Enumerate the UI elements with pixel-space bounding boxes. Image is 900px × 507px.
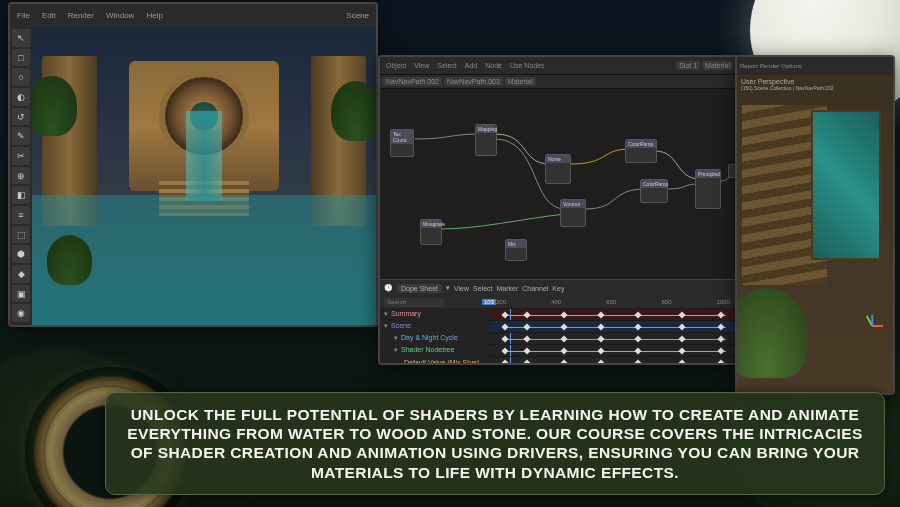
viewport-3d[interactable] <box>32 26 376 325</box>
keyframe[interactable] <box>678 323 685 330</box>
tool-e[interactable]: ◉ <box>12 304 30 322</box>
node-texcoord[interactable]: Tex Coord <box>390 129 414 157</box>
keyframe[interactable] <box>501 335 508 342</box>
keyframe[interactable] <box>718 359 725 365</box>
keyframe[interactable] <box>678 347 685 354</box>
keyframe[interactable] <box>501 311 508 318</box>
dope-menu-channel[interactable]: Channel <box>522 285 548 292</box>
dope-menu-key[interactable]: Key <box>552 285 564 292</box>
menu-file[interactable]: File <box>14 10 33 21</box>
keyframe-track[interactable] <box>490 356 736 365</box>
add-tool[interactable]: ⊕ <box>12 167 30 185</box>
material-tab-2[interactable]: NavNavPath.003 <box>444 77 503 86</box>
slot-dropdown[interactable]: Slot 1 <box>676 61 700 70</box>
keyframe[interactable] <box>501 347 508 354</box>
menu-options[interactable]: Options <box>781 63 802 69</box>
keyframe[interactable] <box>523 347 530 354</box>
material-tab-3[interactable]: Material <box>505 77 536 86</box>
keyframe[interactable] <box>678 311 685 318</box>
keyframe[interactable] <box>597 323 604 330</box>
keyframe[interactable] <box>560 347 567 354</box>
keyframe[interactable] <box>501 359 508 365</box>
dope-menu-select[interactable]: Select <box>473 285 492 292</box>
keyframe[interactable] <box>523 323 530 330</box>
keyframe[interactable] <box>560 335 567 342</box>
select-tool[interactable]: ↖ <box>12 29 30 47</box>
keyframe-track[interactable] <box>490 332 736 344</box>
annotate-tool[interactable]: ✎ <box>12 127 30 145</box>
keyframe[interactable] <box>678 335 685 342</box>
keyframe[interactable] <box>597 347 604 354</box>
keyframe[interactable] <box>523 335 530 342</box>
expand-icon[interactable]: ▾ <box>384 322 388 329</box>
dope-search-input[interactable] <box>384 298 444 307</box>
scene-dropdown[interactable]: Scene <box>343 10 372 21</box>
keyframe[interactable] <box>523 359 530 365</box>
node-colorramp-1[interactable]: ColorRamp <box>625 139 657 163</box>
keyframe[interactable] <box>634 359 641 365</box>
dope-channel-row[interactable]: ▾Day & Night Cycle <box>380 332 736 344</box>
node-colorramp-2[interactable]: ColorRamp <box>640 179 668 203</box>
dope-channel-row[interactable]: ▾Summary <box>380 308 736 320</box>
menu-add[interactable]: Add <box>462 61 480 70</box>
knife-tool[interactable]: ✂ <box>12 147 30 165</box>
keyframe[interactable] <box>634 323 641 330</box>
current-frame-marker[interactable]: 103 <box>482 299 496 305</box>
keyframe[interactable] <box>560 311 567 318</box>
circle-tool[interactable]: ○ <box>12 68 30 86</box>
dope-editor-dropdown[interactable]: Dope Sheet <box>397 284 442 293</box>
keyframe[interactable] <box>718 335 725 342</box>
keyframe[interactable] <box>501 323 508 330</box>
expand-icon[interactable]: ▾ <box>394 334 398 341</box>
menu-report[interactable]: Report Render <box>740 63 779 69</box>
material-dropdown[interactable]: Material <box>702 61 733 70</box>
keyframe[interactable] <box>597 335 604 342</box>
secondary-viewport[interactable]: User Perspective (150) Scene Collection … <box>737 75 893 393</box>
dope-timeline-ruler[interactable]: 103 200 400 600 800 1000 <box>380 296 736 308</box>
dope-channel-row[interactable]: ▾Shader Nodetree <box>380 344 736 356</box>
keyframe[interactable] <box>597 311 604 318</box>
tool-a[interactable]: ⬚ <box>12 226 30 244</box>
menu-edit[interactable]: Edit <box>39 10 59 21</box>
node-musgrave[interactable]: Musgrave <box>420 219 442 245</box>
node-graph[interactable]: Tex Coord Mapping Noise ColorRamp Vorono… <box>380 89 736 279</box>
keyframe[interactable] <box>597 359 604 365</box>
keyframe[interactable] <box>634 335 641 342</box>
menu-node[interactable]: Node <box>482 61 505 70</box>
keyframe[interactable] <box>523 311 530 318</box>
dope-menu-view[interactable]: View <box>454 285 469 292</box>
measure-tool[interactable]: ◧ <box>12 186 30 204</box>
keyframe[interactable] <box>718 347 725 354</box>
dope-channel-row[interactable]: ▾Scene <box>380 320 736 332</box>
keyframe[interactable] <box>560 323 567 330</box>
rotate-tool[interactable]: ↺ <box>12 108 30 126</box>
node-principled[interactable]: Principled <box>695 169 721 209</box>
menu-object[interactable]: Object <box>383 61 409 70</box>
more-tool[interactable]: ≡ <box>12 206 30 224</box>
cursor-tool[interactable]: ◐ <box>12 88 30 106</box>
tool-c[interactable]: ◆ <box>12 265 30 283</box>
menu-window[interactable]: Window <box>103 10 137 21</box>
use-nodes-toggle[interactable]: Use Nodes <box>507 61 548 70</box>
menu-render[interactable]: Render <box>65 10 97 21</box>
dope-menu-marker[interactable]: Marker <box>497 285 519 292</box>
dope-channel-row[interactable]: Default Value (Mix Shad <box>380 356 736 365</box>
keyframe[interactable] <box>678 359 685 365</box>
menu-help[interactable]: Help <box>143 10 165 21</box>
keyframe[interactable] <box>634 311 641 318</box>
keyframe-track[interactable] <box>490 320 736 332</box>
box-tool[interactable]: □ <box>12 49 30 67</box>
material-tab-1[interactable]: NavNavPath.002 <box>383 77 442 86</box>
keyframe[interactable] <box>718 311 725 318</box>
navigation-gizmo[interactable] <box>859 312 885 338</box>
tool-d[interactable]: ▣ <box>12 285 30 303</box>
keyframe-track[interactable] <box>490 308 736 320</box>
node-mapping[interactable]: Mapping <box>475 124 497 156</box>
node-noise[interactable]: Noise <box>545 154 571 184</box>
node-voronoi[interactable]: Voronoi <box>560 199 586 227</box>
keyframe[interactable] <box>634 347 641 354</box>
keyframe-track[interactable] <box>490 344 736 356</box>
keyframe[interactable] <box>718 323 725 330</box>
expand-icon[interactable]: ▾ <box>394 346 398 353</box>
tool-b[interactable]: ⬢ <box>12 245 30 263</box>
